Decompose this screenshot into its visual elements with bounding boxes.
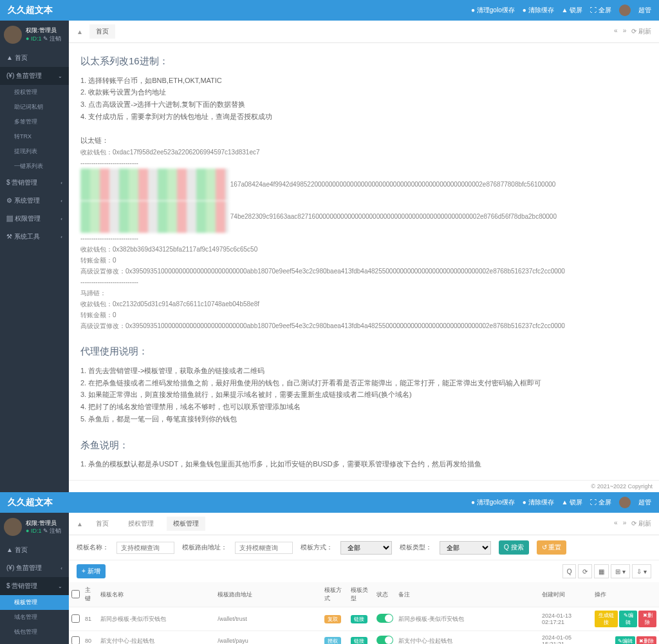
brand: 久久超文本	[8, 5, 69, 16]
tab-home[interactable]: 首页	[89, 517, 115, 531]
main-2: ▲ 首页 授权管理 模板管理 « » ⟳ 刷新 模板名称： 模板路由地址： 模板…	[69, 513, 659, 644]
refresh-button[interactable]: ⟳ 刷新	[631, 519, 651, 528]
status-toggle[interactable]	[376, 614, 393, 623]
clear-cache[interactable]: ● 清除缓存	[523, 498, 554, 507]
chevron-left-icon: ‹	[60, 180, 62, 186]
line: 1. 选择转账平台币，如BNB,ETH,OKT,MATIC	[80, 75, 647, 87]
lock-screen[interactable]: ▲ 锁屏	[562, 498, 583, 507]
nav-fish[interactable]: (¥) 鱼苗管理⌄	[0, 67, 69, 85]
nav-wallet[interactable]: 钱包管理	[0, 625, 69, 639]
home-icon[interactable]: ▲	[77, 520, 83, 528]
tab-template[interactable]: 模板管理	[167, 517, 205, 531]
cell-note: 新支付中心-拉起钱包	[396, 631, 539, 644]
topbar-1: 久久超文本 ● 清理golo缓存 ● 清除缓存 ▲ 锁屏 ⛶ 全屏 超管	[0, 0, 659, 21]
edit-button[interactable]: ✎编辑	[615, 636, 635, 644]
nav-withdraw[interactable]: 提现列表	[0, 144, 69, 159]
sidebar-2: 权限:管理员 ● ID:1 ✎ 注销 ▲ 首页 (¥) 鱼苗管理‹ $ 营销管理…	[0, 513, 69, 644]
breadcrumb-1: ▲ 首页 « » ⟳ 刷新	[69, 21, 659, 43]
tab-home[interactable]: 首页	[89, 24, 115, 39]
tab-auth[interactable]: 授权管理	[122, 517, 160, 531]
logout-link[interactable]: ✎ 注销	[43, 35, 62, 42]
nav-auth[interactable]: 授权管理	[0, 85, 69, 100]
clear-golo-cache[interactable]: ● 清理golo缓存	[471, 6, 515, 15]
nav-fish[interactable]: (¥) 鱼苗管理‹	[0, 559, 69, 577]
nav-tool[interactable]: ⚒ 系统工具‹	[0, 228, 69, 246]
line: 2. 在把杀鱼链接或者二维码发给描鱼之前，最好用鱼使用的钱包，自己测试打开看看是…	[80, 377, 647, 389]
refresh-icon[interactable]: ⟳	[578, 564, 592, 578]
refresh-button[interactable]: ⟳ 刷新	[631, 27, 651, 36]
nav-domain[interactable]: 域名管理	[0, 610, 69, 625]
chevron-left-icon: ‹	[60, 566, 62, 571]
row-checkbox[interactable]	[71, 614, 80, 623]
user-block: 权限:管理员 ● ID:1 ✎ 注销	[0, 513, 69, 541]
table-row: 81 新同步模板-美似币安钱包 /wallet/trust 复双 链接 新同步模…	[69, 607, 659, 631]
chevron-down-icon: ⌄	[58, 584, 62, 589]
nav-sys[interactable]: ⚙ 系统管理‹	[0, 639, 69, 644]
col-header: 主键	[82, 582, 98, 607]
prev-icon[interactable]: «	[614, 27, 618, 36]
mode-select[interactable]: 全部	[340, 541, 392, 555]
export-icon[interactable]: ⇩ ▾	[632, 564, 651, 578]
status-toggle[interactable]	[376, 636, 393, 644]
section2-title: 代理使用说明：	[80, 343, 647, 360]
avatar-icon[interactable]	[619, 5, 631, 16]
user-avatar-icon	[4, 518, 22, 536]
add-button[interactable]: + 新增	[77, 564, 106, 578]
col-header: 备注	[396, 582, 539, 607]
path-input[interactable]	[235, 542, 293, 554]
select-all-checkbox[interactable]	[71, 590, 80, 598]
grid-icon[interactable]: ⊞ ▾	[611, 564, 630, 578]
type-select[interactable]: 全部	[440, 541, 491, 555]
blurred-area	[80, 169, 228, 201]
delete-button[interactable]: ✖删除	[638, 611, 656, 627]
nav-perm[interactable]: ▦ 权限管理‹	[0, 210, 69, 228]
nav-home[interactable]: ▲ 首页	[0, 541, 69, 559]
fullscreen[interactable]: ⛶ 全屏	[590, 498, 611, 507]
avatar-icon[interactable]	[619, 497, 631, 508]
cell-id: 80	[82, 631, 98, 644]
lock-screen[interactable]: ▲ 锁屏	[562, 6, 583, 15]
clear-golo-cache[interactable]: ● 清理golo缓存	[471, 498, 515, 507]
nav-template[interactable]: 模板管理	[0, 595, 69, 610]
home-icon[interactable]: ▲	[77, 28, 83, 35]
nav-mnemonic[interactable]: 助记词私钥	[0, 100, 69, 115]
clear-cache[interactable]: ● 清除缓存	[523, 6, 554, 15]
delete-button[interactable]: ✖删除	[636, 636, 656, 644]
user-name[interactable]: 超管	[638, 6, 651, 15]
user-role: 权限:管理员	[26, 26, 61, 35]
sidebar-1: 权限:管理员 ● ID:1 ✎ 注销 ▲ 首页 (¥) 鱼苗管理⌄ 授权管理 助…	[0, 21, 69, 492]
columns-icon[interactable]: ▦	[594, 564, 609, 578]
user-name[interactable]: 超管	[638, 498, 651, 507]
row-checkbox[interactable]	[71, 636, 80, 644]
template-table: 主键模板名称模板路由地址模板方式模板类型状态备注创建时间操作 81 新同步模板-…	[69, 582, 659, 644]
line: 3. 如果能正常弹出，则直接发给描鱼就行，如果提示域名被封，需要去重新生成链接或…	[80, 389, 647, 401]
nav-market[interactable]: $ 营销管理⌄	[0, 577, 69, 595]
reset-button[interactable]: ↺ 重置	[537, 540, 567, 555]
nav-sys[interactable]: ⚙ 系统管理‹	[0, 192, 69, 210]
user-id: ● ID:1	[26, 35, 41, 42]
chevron-down-icon: ⌄	[58, 73, 62, 79]
edit-button[interactable]: ✎编辑	[619, 611, 637, 627]
mode-badge: 授权	[324, 637, 341, 644]
user-avatar-icon	[4, 26, 22, 44]
col-header: 状态	[374, 582, 396, 607]
next-icon[interactable]: »	[623, 27, 627, 36]
blurred-area	[80, 201, 228, 233]
nav-home[interactable]: ▲ 首页	[0, 49, 69, 67]
prev-icon[interactable]: «	[614, 519, 618, 528]
search-icon[interactable]: Q	[562, 564, 577, 578]
fullscreen[interactable]: ⛶ 全屏	[590, 6, 611, 15]
top-menu: ● 清理golo缓存 ● 清除缓存 ▲ 锁屏 ⛶ 全屏 超管	[471, 497, 651, 508]
chevron-left-icon: ‹	[60, 216, 62, 222]
line: 5. 杀鱼后，都是一笔一回，每笔直接转到你的钱包	[80, 413, 647, 425]
nav-batch[interactable]: 一键系列表	[0, 159, 69, 174]
nav-multisig[interactable]: 多签管理	[0, 115, 69, 129]
nav-market[interactable]: $ 营销管理‹	[0, 174, 69, 192]
name-input[interactable]	[116, 542, 174, 554]
footer: © 2021~2022 Copyright	[69, 480, 659, 492]
gen-button[interactable]: 生成链接	[595, 611, 618, 627]
cell-note: 新同步模板-美似币安钱包	[396, 607, 539, 631]
nav-trx[interactable]: 转TRX	[0, 129, 69, 144]
next-icon[interactable]: »	[623, 519, 627, 528]
search-button[interactable]: Q 搜索	[499, 540, 529, 555]
